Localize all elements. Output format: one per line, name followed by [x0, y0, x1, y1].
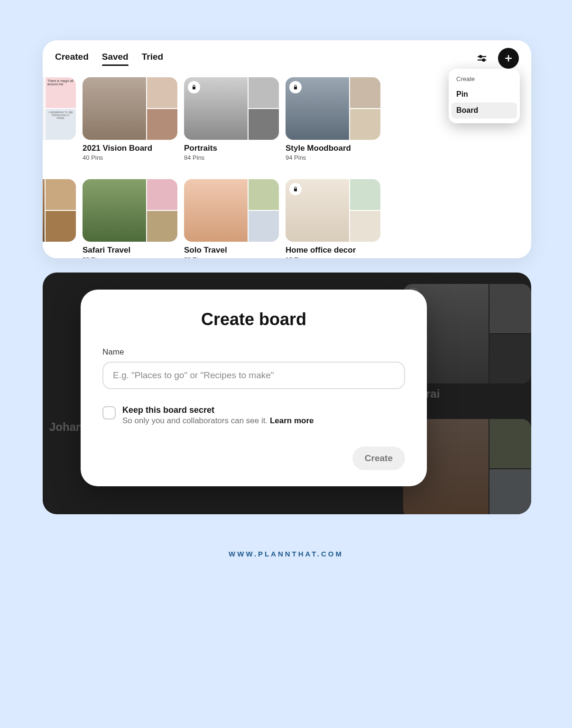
board-name-input[interactable] [102, 362, 405, 389]
create-board-button[interactable]: Create [352, 446, 405, 470]
quote-tile: There is magic all around me. [46, 77, 76, 108]
board-card[interactable]: 2021 Vision Board 40 Pins [83, 77, 177, 161]
keep-secret-title: Keep this board secret [122, 405, 214, 415]
tab-created[interactable]: Created [55, 52, 89, 65]
keep-secret-checkbox[interactable] [102, 406, 116, 419]
create-dropdown-header: Create [452, 73, 517, 86]
board-card[interactable]: Home office decor 13 Pins [286, 179, 380, 258]
create-dropdown: Create Pin Board [449, 69, 520, 123]
board-card[interactable]: Portraits 84 Pins [184, 77, 279, 161]
board-title: Home office decor [286, 246, 380, 255]
profile-saved-panel: Created Saved Tried Create Pin Board N G… [43, 40, 531, 258]
board-title: Style Moodboard [286, 144, 380, 153]
quote-tile: I DESERVE TO BE FINANCIALLY FREE. [46, 109, 76, 140]
board-card[interactable]: Style Moodboard 94 Pins [286, 77, 380, 161]
svg-point-1 [480, 55, 482, 58]
boards-row-2: …burg Travel… Safari Travel 39 Pins Solo… [43, 175, 531, 258]
create-board-modal: Create board Name Keep this board secret… [81, 290, 427, 486]
tab-tried[interactable]: Tried [142, 52, 163, 65]
board-title: …burg Travel… [43, 246, 76, 255]
name-field-label: Name [102, 347, 405, 357]
board-card-partial-top[interactable]: N GES There is magic all around me. I DE… [43, 77, 76, 161]
board-title: Portraits [184, 144, 279, 153]
keep-secret-subtitle: So only you and collaborators can see it… [122, 416, 270, 425]
learn-more-link[interactable]: Learn more [270, 416, 314, 425]
board-pin-count: 84 Pins [184, 154, 279, 161]
board-pin-count: 28 Pins [184, 256, 279, 258]
lock-icon [188, 81, 200, 93]
board-card[interactable]: Safari Travel 39 Pins [83, 179, 177, 258]
lock-icon [289, 81, 302, 93]
board-pin-count: 94 Pins [286, 154, 380, 161]
board-title: Safari Travel [83, 246, 177, 255]
svg-point-3 [482, 59, 485, 61]
board-pin-count: 40 Pins [83, 154, 177, 161]
filters-icon[interactable] [471, 48, 492, 69]
board-card[interactable]: Solo Travel 28 Pins [184, 179, 279, 258]
footer-url: WWW.PLANNTHAT.COM [0, 550, 572, 558]
board-card-partial-bottom[interactable]: …burg Travel… [43, 179, 76, 258]
create-plus-button[interactable] [498, 48, 519, 69]
board-pin-count: 39 Pins [83, 256, 177, 258]
create-board-modal-panel: Johannesburg Travel Safari Travel Portra… [43, 273, 531, 514]
board-pin-count: 13 Pins [286, 256, 380, 258]
create-board-option[interactable]: Board [452, 102, 517, 118]
tab-saved[interactable]: Saved [102, 52, 129, 65]
board-title: Solo Travel [184, 246, 279, 255]
lock-icon [289, 183, 302, 195]
modal-title: Create board [102, 309, 405, 329]
board-title: 2021 Vision Board [83, 144, 177, 153]
create-pin-option[interactable]: Pin [452, 86, 517, 102]
